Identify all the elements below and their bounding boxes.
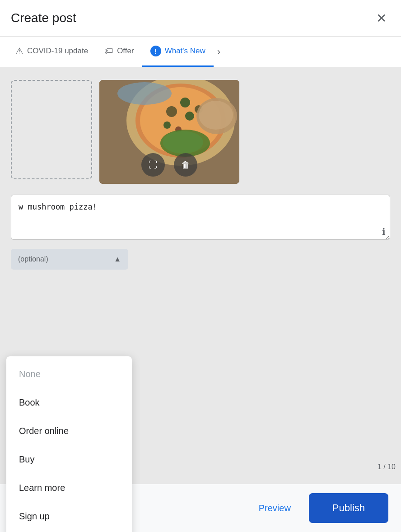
dropdown-item-none[interactable]: None [6, 360, 132, 388]
dropdown-item-sign-up[interactable]: Sign up [6, 502, 132, 531]
tab-offer[interactable]: 🏷 Offer [96, 37, 142, 67]
svg-point-13 [199, 101, 233, 130]
tab-covid-update[interactable]: ⚠ COVID-19 update [7, 37, 96, 67]
button-type-section: (optional) ▲ [11, 249, 390, 270]
button-type-optional-label: (optional) [18, 255, 48, 263]
tabs-chevron[interactable]: › [214, 37, 224, 67]
button-type-selector[interactable]: (optional) ▲ [11, 249, 128, 270]
preview-button[interactable]: Preview [250, 496, 300, 521]
image-placeholder[interactable] [11, 80, 92, 179]
crop-button[interactable]: ⛶ [141, 153, 165, 177]
whats-new-icon: ! [150, 46, 161, 56]
dialog-title: Create post [11, 11, 76, 25]
chevron-up-icon: ▲ [114, 255, 121, 263]
warning-icon: ⚠ [15, 46, 23, 56]
main-content: ⛶ 🗑 1 / 10 w mushroom pizza! ℹ (optional… [0, 67, 401, 475]
publish-button[interactable]: Publish [309, 493, 388, 523]
textarea-wrapper: w mushroom pizza! ℹ [11, 191, 390, 242]
close-button[interactable]: ✕ [372, 9, 390, 27]
post-text-input[interactable]: w mushroom pizza! [11, 195, 390, 240]
tag-icon: 🏷 [104, 46, 113, 56]
image-controls: ⛶ 🗑 [141, 153, 197, 177]
svg-point-9 [180, 98, 190, 107]
tab-whats-new-label: What's New [165, 47, 205, 56]
dropdown-item-book[interactable]: Book [6, 388, 132, 417]
svg-point-14 [117, 82, 172, 105]
svg-point-4 [166, 106, 177, 117]
delete-image-button[interactable]: 🗑 [174, 153, 197, 177]
svg-point-5 [185, 112, 194, 121]
svg-point-6 [163, 121, 171, 129]
dialog-header: Create post ✕ [0, 0, 401, 37]
tabs-bar: ⚠ COVID-19 update 🏷 Offer ! What's New › [0, 37, 401, 67]
tab-whats-new[interactable]: ! What's New [142, 37, 214, 67]
tab-offer-label: Offer [117, 47, 134, 56]
dropdown-item-buy[interactable]: Buy [6, 445, 132, 474]
dropdown-item-learn-more[interactable]: Learn more [6, 474, 132, 502]
image-upload-area: ⛶ 🗑 [11, 80, 390, 184]
tab-covid-label: COVID-19 update [27, 47, 88, 56]
info-icon: ℹ [382, 226, 386, 237]
dropdown-list: None Book Order online Buy Learn more Si… [6, 356, 132, 532]
svg-point-11 [163, 131, 203, 154]
image-counter: 1 / 10 [378, 463, 396, 471]
pizza-image: ⛶ 🗑 [99, 80, 239, 184]
dropdown-item-order-online[interactable]: Order online [6, 417, 132, 445]
dropdown-menu: None Book Order online Buy Learn more Si… [6, 356, 132, 532]
